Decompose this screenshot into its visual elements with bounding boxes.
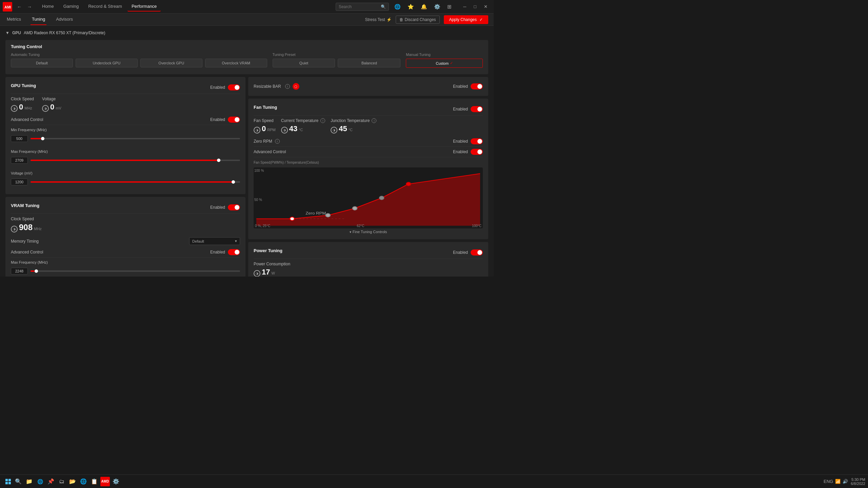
memory-timing-select[interactable]: Default ▾	[189, 237, 240, 245]
voltage-mv-track[interactable]	[31, 181, 240, 183]
curve-point-4[interactable]	[379, 196, 384, 200]
zero-rpm-toggle[interactable]	[471, 138, 483, 144]
vram-advanced-row: Advanced Control Enabled	[11, 247, 240, 258]
max-freq-track[interactable]	[31, 160, 240, 161]
power-val: 17	[262, 268, 270, 277]
vram-advanced-toggle[interactable]	[228, 249, 240, 255]
min-freq-thumb[interactable]	[41, 137, 44, 140]
window-controls: ─ □ ✕	[460, 3, 491, 11]
preset-quiet[interactable]: Quiet	[273, 59, 335, 67]
vram-tuning-toggle[interactable]	[228, 204, 240, 210]
manual-custom-button[interactable]: Custom ✓	[406, 59, 483, 68]
bookmark-icon[interactable]: ⭐	[406, 2, 415, 11]
gpu-label: GPU	[12, 30, 21, 35]
current-temp-info-icon[interactable]: i	[320, 118, 325, 123]
maximize-button[interactable]: □	[470, 3, 480, 11]
vram-advanced-label: Advanced Control	[11, 250, 43, 255]
junction-temp-info-icon[interactable]: i	[372, 118, 376, 123]
power-tuning-toggle[interactable]	[471, 249, 483, 256]
nav-performance[interactable]: Performance	[127, 2, 161, 12]
search-box[interactable]: 🔍	[336, 3, 389, 11]
gpu-tuning-header-row: GPU Tuning Enabled	[11, 81, 240, 94]
clock-speed-group: Clock Speed ◑ 0 MHz	[11, 97, 34, 112]
fine-tuning-button[interactable]: ▾ Fine Tuning Controls	[254, 228, 483, 235]
curve-point-3[interactable]	[353, 207, 357, 210]
nav-record[interactable]: Record & Stream	[84, 2, 126, 12]
back-button[interactable]: ←	[15, 3, 24, 11]
settings-icon[interactable]: ⚙️	[433, 2, 442, 11]
vram-enabled-val: Enabled	[210, 205, 225, 210]
fan-advanced-row: Advanced Control Enabled	[254, 147, 483, 157]
preset-overclock-vram[interactable]: Overclock VRAM	[205, 59, 267, 67]
subnav-advisors[interactable]: Advisors	[55, 14, 74, 25]
resizable-bar-info-icon[interactable]: i	[285, 84, 290, 89]
nav-arrows: ← →	[15, 3, 34, 11]
min-freq-track[interactable]	[31, 138, 240, 139]
fan-speed-group: Fan Speed ◑ 0 RPM	[254, 118, 276, 134]
nav-gaming[interactable]: Gaming	[59, 2, 83, 12]
vram-max-freq-val[interactable]: 2248	[11, 268, 28, 274]
apply-label: Apply Changes	[449, 17, 477, 22]
current-temp-label: Current Temperature	[281, 118, 319, 123]
fine-tuning-label: Fine Tuning Controls	[353, 230, 387, 234]
junction-temp-label: Junction Temperature	[331, 118, 370, 123]
minimize-button[interactable]: ─	[460, 3, 470, 11]
search-input[interactable]	[339, 4, 379, 9]
stress-test-button[interactable]: Stress Test ⚡	[365, 17, 391, 22]
min-freq-value[interactable]: 500	[11, 135, 28, 142]
custom-check-icon: ✓	[450, 61, 453, 65]
voltage-mv-value[interactable]: 1200	[11, 179, 28, 185]
grid-icon[interactable]: ⊞	[446, 2, 453, 11]
power-icon: ◑	[254, 270, 260, 277]
preset-underclock[interactable]: Underclock GPU	[76, 59, 138, 67]
max-freq-value[interactable]: 2709	[11, 157, 28, 164]
nav-home[interactable]: Home	[38, 2, 58, 12]
voltage-mv-fill	[31, 181, 234, 183]
fan-speed-label: Fan Speed	[254, 118, 276, 123]
clock-speed-icon: ◑	[11, 105, 18, 112]
vram-advanced-val: Enabled	[210, 250, 225, 255]
voltage-val: 0	[50, 103, 54, 111]
fan-speed-val: 0	[262, 124, 266, 133]
close-button[interactable]: ✕	[480, 3, 491, 11]
gpu-header: ▼ GPU AMD Radeon RX 6750 XT (Primary/Dis…	[5, 28, 488, 37]
gpu-chevron-icon[interactable]: ▼	[5, 30, 9, 35]
forward-button[interactable]: →	[25, 3, 34, 11]
discard-changes-button[interactable]: 🗑 Discard Changes	[396, 16, 440, 24]
curve-point-2[interactable]	[326, 214, 330, 217]
vram-max-freq-thumb[interactable]	[35, 269, 38, 273]
preset-overclock-gpu[interactable]: Overclock GPU	[140, 59, 202, 67]
globe-icon[interactable]: 🌐	[393, 2, 402, 11]
advanced-control-toggle[interactable]	[228, 117, 240, 123]
voltage-mv-thumb[interactable]	[232, 180, 235, 184]
zero-rpm-info-icon[interactable]: i	[275, 139, 280, 144]
subnav-tuning[interactable]: Tuning	[31, 14, 46, 25]
vram-max-freq-track[interactable]	[31, 270, 240, 272]
max-freq-group: Max Frequency (MHz) 2709	[11, 147, 240, 168]
current-temp-val: 43	[289, 124, 297, 133]
max-freq-thumb[interactable]	[217, 159, 220, 162]
notification-icon[interactable]: 🔔	[419, 2, 429, 11]
min-freq-label: Min Frequency (MHz)	[11, 128, 240, 132]
curve-point-5[interactable]	[406, 182, 411, 186]
preset-balanced[interactable]: Balanced	[338, 59, 400, 67]
apply-changes-button[interactable]: Apply Changes ✓	[444, 15, 488, 24]
preset-default[interactable]: Default	[11, 59, 73, 67]
power-tuning-title: Power Tuning	[254, 248, 282, 253]
curve-point-1[interactable]	[290, 217, 294, 220]
gpu-tuning-toggle[interactable]	[228, 84, 240, 90]
clock-speed-label: Clock Speed	[11, 97, 34, 101]
resizable-bar-toggle[interactable]	[471, 83, 483, 89]
voltage-mv-slider-row: 1200	[11, 177, 240, 187]
fan-tuning-toggle[interactable]	[471, 106, 483, 112]
subnav-metrics[interactable]: Metrics	[5, 14, 22, 25]
min-freq-fill	[31, 138, 41, 139]
min-freq-group: Min Frequency (MHz) 500	[11, 125, 240, 147]
max-freq-label: Max Frequency (MHz)	[11, 149, 240, 154]
zero-rpm-chart-label: Zero RPM	[305, 211, 326, 216]
fan-advanced-toggle[interactable]	[471, 149, 483, 155]
zero-rpm-enabled-val: Enabled	[453, 139, 468, 144]
power-enabled-val: Enabled	[453, 250, 468, 255]
max-freq-slider-row: 2709	[11, 155, 240, 166]
junction-temp-group: Junction Temperature i ◑ 45 °C	[331, 118, 376, 134]
